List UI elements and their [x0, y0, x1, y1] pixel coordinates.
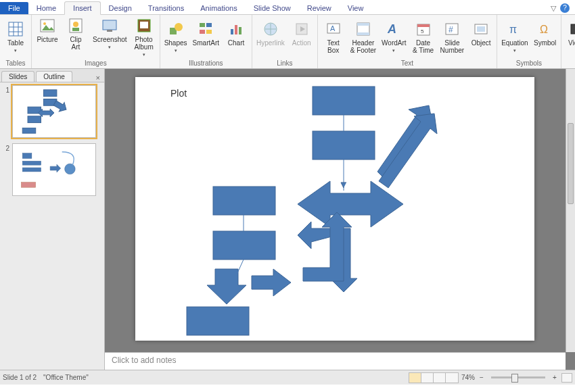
svg-line-61 — [237, 260, 244, 274]
slide-panel-tabs: Slides Outline × — [0, 69, 104, 82]
svg-rect-38 — [477, 26, 485, 32]
photo-album-icon — [135, 17, 153, 34]
view-sorter-button[interactable] — [421, 373, 434, 383]
ribbon-hyperlink-button: Hyperlink — [255, 19, 286, 48]
svg-rect-57 — [187, 307, 249, 335]
ribbon-button-label: Photo Album — [134, 36, 153, 51]
ribbon-button-label: Header & Footer — [350, 39, 376, 54]
svg-rect-11 — [107, 30, 112, 32]
svg-rect-30 — [357, 32, 369, 35]
ribbon-group-tables: Table▾Tables — [0, 15, 32, 68]
ribbon-slide-number-button[interactable]: #Slide Number — [439, 19, 466, 55]
ribbon-text-box-button[interactable]: AText Box — [321, 19, 346, 55]
ribbon-smartart-button[interactable]: SmartArt — [191, 19, 221, 48]
svg-rect-20 — [231, 29, 233, 34]
fit-to-window-button[interactable] — [561, 373, 572, 383]
clip-art-icon — [67, 17, 85, 34]
slide[interactable]: Plot — [135, 77, 534, 341]
ribbon-photo-album-button[interactable]: Photo Album▾ — [131, 16, 157, 59]
ribbon-video-button[interactable]: Video▾ — [564, 19, 575, 55]
slide-title-text[interactable]: Plot — [170, 88, 187, 99]
ribbon-header-&-footer-button[interactable]: Header & Footer — [349, 19, 377, 55]
ribbon-button-label: Date & Time — [413, 39, 434, 54]
view-reading-button[interactable] — [434, 373, 446, 383]
dropdown-icon: ▾ — [14, 48, 17, 53]
ribbon-group-label: Symbols — [500, 59, 557, 68]
svg-text:#: # — [448, 25, 453, 34]
ribbon-symbol-button[interactable]: ΩSymbol — [532, 19, 558, 48]
tab-slideshow[interactable]: Slide Show — [246, 2, 299, 14]
ribbon-button-label: Equation — [501, 39, 528, 47]
ribbon-shapes-button[interactable]: Shapes▾ — [163, 19, 189, 55]
hyperlink-icon — [262, 20, 279, 38]
ribbon-date-&-time-button[interactable]: 5Date & Time — [411, 19, 436, 55]
svg-rect-48 — [22, 153, 32, 159]
slide-panel: Slides Outline × 1 2 — [0, 69, 105, 370]
thumbnail-row: 1 — [1, 85, 103, 138]
action-icon — [293, 20, 310, 38]
tab-view[interactable]: View — [340, 2, 372, 14]
svg-rect-22 — [239, 27, 242, 34]
scrollbar-thumb[interactable] — [568, 123, 574, 204]
dropdown-icon: ▾ — [143, 52, 145, 57]
panel-tab-slides[interactable]: Slides — [1, 71, 34, 82]
view-slideshow-button[interactable] — [446, 373, 458, 383]
zoom-out-button[interactable]: − — [478, 374, 486, 381]
ribbon-group-label: Tables — [3, 59, 28, 68]
minimize-ribbon-icon[interactable]: ▽ — [551, 4, 556, 13]
ribbon-button-label: Slide Number — [440, 39, 465, 54]
ribbon-group-label: Media — [564, 59, 575, 68]
ribbon-group-label: Illustrations — [163, 59, 249, 68]
vertical-scrollbar[interactable] — [566, 69, 575, 352]
svg-text:A: A — [330, 24, 336, 32]
ribbon-button-label: Chart — [228, 39, 244, 47]
thumbnail-slide-1[interactable] — [12, 85, 96, 138]
ribbon-object-button[interactable]: Object — [468, 19, 494, 48]
ribbon-clip-art-button[interactable]: Clip Art — [63, 16, 89, 52]
ribbon-screenshot-button[interactable]: Screenshot▾ — [91, 16, 129, 51]
ribbon-button-label: Video — [568, 39, 575, 47]
svg-point-8 — [73, 22, 78, 27]
thumbnail-slide-2[interactable] — [12, 143, 96, 196]
svg-rect-51 — [21, 182, 35, 188]
zoom-in-button[interactable]: + — [551, 374, 559, 381]
help-icon[interactable]: ? — [560, 3, 570, 13]
ribbon-picture-button[interactable]: Picture — [34, 16, 60, 45]
tab-animations[interactable]: Animations — [192, 2, 245, 14]
ribbon-wordart-button[interactable]: AWordArt▾ — [380, 19, 408, 55]
zoom-level[interactable]: 74% — [461, 374, 475, 381]
ribbon-chart-button[interactable]: Chart — [223, 19, 249, 48]
ribbon-group-links: HyperlinkActionLinks — [252, 15, 318, 68]
svg-rect-21 — [235, 25, 237, 34]
ribbon-button-label: Hyperlink — [256, 39, 285, 47]
panel-tab-outline[interactable]: Outline — [36, 71, 72, 82]
ribbon-group-label: Links — [255, 59, 315, 68]
svg-point-15 — [175, 23, 183, 31]
panel-close-icon[interactable]: × — [92, 74, 104, 82]
ribbon-button-label: Table — [7, 39, 24, 47]
svg-text:5: 5 — [421, 28, 424, 34]
svg-rect-17 — [206, 23, 212, 27]
ribbon-button-label: Text Box — [327, 39, 340, 54]
svg-rect-33 — [417, 24, 430, 27]
ribbon-equation-button[interactable]: πEquation▾ — [500, 19, 529, 55]
dropdown-icon: ▾ — [108, 45, 111, 50]
zoom-slider[interactable] — [491, 376, 545, 378]
thumbnail-row: 2 — [1, 143, 103, 196]
svg-rect-10 — [103, 20, 116, 30]
ribbon-table-button[interactable]: Table▾ — [3, 19, 28, 55]
ribbon-group-illustrations: Shapes▾SmartArtChartIllustrations — [160, 15, 252, 68]
ribbon: Table▾TablesPictureClip ArtScreenshot▾Ph… — [0, 15, 575, 69]
slide-canvas[interactable]: Plot — [105, 69, 575, 352]
tab-review[interactable]: Review — [299, 2, 340, 14]
video-icon — [568, 20, 575, 38]
chart-icon — [227, 20, 245, 38]
svg-rect-43 — [43, 90, 56, 97]
tab-file[interactable]: File — [0, 2, 28, 14]
smartart-icon — [197, 20, 214, 38]
view-normal-button[interactable] — [409, 373, 421, 383]
notes-pane[interactable]: Click to add notes — [105, 352, 566, 370]
ribbon-button-label: SmartArt — [193, 39, 219, 47]
ribbon-button-label: Clip Art — [70, 36, 81, 51]
svg-rect-46 — [28, 116, 41, 123]
